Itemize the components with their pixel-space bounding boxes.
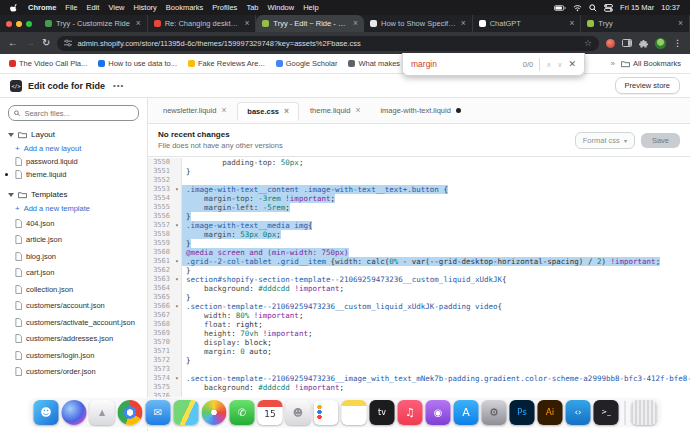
menu-window[interactable]: Window <box>267 3 294 12</box>
tab-close-icon[interactable]: × <box>569 19 574 28</box>
spotlight-search-icon[interactable] <box>589 4 597 12</box>
dock-photos-icon[interactable] <box>202 400 227 425</box>
browser-tab[interactable]: How to Show Specific...× <box>364 15 473 32</box>
fold-gutter[interactable]: ▾ <box>173 257 182 266</box>
dock-finder-icon[interactable]: ☻ <box>34 400 59 425</box>
bookmark-item[interactable]: Fake Reviews Are... <box>188 59 265 68</box>
menu-history[interactable]: History <box>134 3 157 12</box>
menu-chrome[interactable]: Chrome <box>28 3 56 12</box>
code-text[interactable]: .grid--2-col-tablet .grid__item {width: … <box>182 257 660 266</box>
tab-close-icon[interactable]: × <box>678 19 683 28</box>
menu-tab[interactable]: Tab <box>246 3 258 12</box>
dock-music-icon[interactable]: ♫ <box>398 400 423 425</box>
extension-icon[interactable] <box>606 39 615 48</box>
tab-close-icon[interactable]: × <box>284 107 289 116</box>
file-item[interactable]: password.liquid <box>0 155 147 168</box>
editor-tab-image-with-text.liquid[interactable]: image-with-text.liquid <box>371 102 469 119</box>
dock-podcasts-icon[interactable]: ◉ <box>426 400 451 425</box>
dock-calendar-icon[interactable]: 15 <box>258 400 283 425</box>
code-text[interactable]: } <box>182 167 191 176</box>
dock-terminal-icon[interactable]: >_ <box>594 400 619 425</box>
code-text[interactable]: } <box>182 356 191 365</box>
browser-tab[interactable]: Re: Changing desktop ...× <box>148 15 257 32</box>
menu-profiles[interactable]: Profiles <box>212 3 237 12</box>
menu-bookmarks[interactable]: Bookmarks <box>166 3 204 12</box>
bookmark-item[interactable]: Google Scholar <box>276 59 338 68</box>
dock-siri-icon[interactable] <box>62 400 87 425</box>
file-item[interactable]: customers/login.json <box>0 347 147 364</box>
fold-gutter[interactable]: ▾ <box>173 275 182 284</box>
tab-close-icon[interactable]: × <box>353 19 358 28</box>
code-text[interactable]: background: #dddcdd !important; <box>182 284 344 293</box>
fold-gutter[interactable]: ▾ <box>173 221 182 230</box>
code-text[interactable]: .image-with-text__media img{ <box>182 221 312 230</box>
browser-tab[interactable]: Tryy - Customize Ride× <box>39 15 148 32</box>
code-text[interactable]: padding-top: 50px; <box>182 158 303 167</box>
search-files-box[interactable] <box>8 105 139 121</box>
dock-app-store-icon[interactable]: A <box>454 400 479 425</box>
code-text[interactable]: margin: 53px 0px; <box>182 230 281 239</box>
code-text[interactable]: width: 80% !important; <box>182 311 303 320</box>
dock-settings-icon[interactable]: ⚙ <box>482 400 507 425</box>
dock-launchpad-icon[interactable]: ▲ <box>90 400 115 425</box>
code-text[interactable] <box>182 365 186 374</box>
fold-gutter[interactable]: ▾ <box>173 374 182 383</box>
file-item[interactable]: customers/activate_account.json <box>0 314 147 331</box>
file-item[interactable]: collection.json <box>0 281 147 298</box>
save-button[interactable]: Save <box>641 133 680 148</box>
editor-tab-base.css[interactable]: base.css× <box>237 102 299 121</box>
close-window-button[interactable] <box>6 21 12 27</box>
preview-store-button[interactable]: Preview store <box>615 77 680 94</box>
zoom-window-button[interactable] <box>26 21 32 27</box>
code-text[interactable]: } <box>182 266 191 275</box>
code-area[interactable]: 3550 padding-top: 50px;3551}35523553▾.im… <box>148 158 690 431</box>
menu-help[interactable]: Help <box>303 3 318 12</box>
tab-close-icon[interactable]: × <box>244 19 249 28</box>
file-item[interactable]: article.json <box>0 232 147 249</box>
bookmark-star-icon[interactable]: ☆ <box>584 39 592 48</box>
editor-tab-theme.liquid[interactable]: theme.liquid× <box>301 102 369 119</box>
dock-facetime-icon[interactable]: ✆ <box>230 400 255 425</box>
tab-close-icon[interactable]: × <box>355 106 360 115</box>
code-text[interactable]: } <box>182 293 191 302</box>
dock-contacts-icon[interactable]: ☻ <box>286 400 311 425</box>
file-item[interactable]: customers/addresses.json <box>0 331 147 348</box>
editor-tab-newsletter.liquid[interactable]: newsletter.liquid× <box>154 102 235 119</box>
code-text[interactable] <box>182 176 186 185</box>
search-files-input[interactable] <box>24 109 133 118</box>
tab-close-icon[interactable]: × <box>461 19 466 28</box>
address-bar[interactable]: admin.shopify.com/store/11395d-6c/themes… <box>57 36 599 51</box>
browser-tab[interactable]: Tryy× <box>581 15 690 32</box>
wifi-icon[interactable] <box>573 4 582 12</box>
dock-notes-icon[interactable] <box>342 400 367 425</box>
code-text[interactable]: margin-left: -5rem; <box>182 203 290 212</box>
format-css-button[interactable]: Format css ▾ <box>575 132 635 149</box>
dock-maps-icon[interactable] <box>174 400 199 425</box>
file-item[interactable]: theme.liquid <box>0 168 147 181</box>
dock-photoshop-icon[interactable]: Ps <box>510 400 535 425</box>
battery-icon[interactable] <box>554 5 566 11</box>
side-panel-icon[interactable] <box>622 39 632 47</box>
reload-icon[interactable]: ↻ <box>42 38 50 48</box>
file-item[interactable]: blog.json <box>0 248 147 265</box>
menu-date[interactable]: Fri 15 Mar <box>620 3 654 12</box>
fold-gutter[interactable]: ▾ <box>173 302 182 311</box>
url-text[interactable]: admin.shopify.com/store/11395d-6c/themes… <box>77 39 579 48</box>
profile-avatar[interactable] <box>655 38 666 49</box>
file-item[interactable]: customers/account.json <box>0 298 147 315</box>
code-text[interactable]: height: 70vh !important; <box>182 329 312 338</box>
dock-chrome-icon[interactable] <box>118 400 143 425</box>
dock-illustrator-icon[interactable]: Ai <box>538 400 563 425</box>
code-text[interactable]: background: #dddcdd !important; <box>182 383 344 392</box>
menu-file[interactable]: File <box>65 3 77 12</box>
section-templates[interactable]: Templates <box>0 187 147 202</box>
control-center-icon[interactable] <box>604 4 613 12</box>
bookmark-item[interactable]: The Video Call Pla... <box>9 59 87 68</box>
file-item[interactable]: 404.json <box>0 215 147 232</box>
forward-icon[interactable]: → <box>25 38 35 48</box>
code-text[interactable]: .image-with-text__content .image-with-te… <box>182 185 448 194</box>
extensions-puzzle-icon[interactable] <box>639 39 648 48</box>
code-text[interactable]: } <box>182 239 191 248</box>
dock-mail-icon[interactable]: ✉ <box>146 400 171 425</box>
back-icon[interactable]: ← <box>8 38 18 48</box>
